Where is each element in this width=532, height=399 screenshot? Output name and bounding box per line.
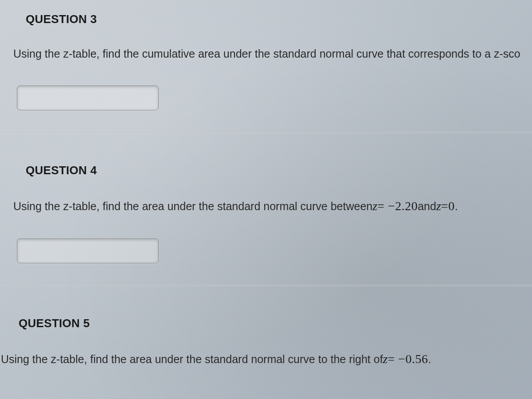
question-prompt: Using the z-table, find the area under t… <box>1 350 532 368</box>
quiz-screen: QUESTION 3 Using the z-table, find the c… <box>0 0 532 399</box>
question-4-block: QUESTION 4 Using the z-table, find the a… <box>0 151 532 304</box>
suffix-text: . <box>428 351 431 368</box>
question-title: QUESTION 5 <box>19 317 532 330</box>
suffix-text: . <box>455 198 458 215</box>
answer-input-q4[interactable] <box>17 239 159 263</box>
question-prompt: Using the z-table, find the area under t… <box>13 197 532 215</box>
math-var: z <box>436 197 441 215</box>
math-value: 2.20 <box>395 197 418 215</box>
question-5-block: QUESTION 5 Using the z-table, find the a… <box>0 304 532 387</box>
math-op: = <box>441 197 448 215</box>
math-value: 0.56 <box>406 350 428 368</box>
answer-input-q3[interactable] <box>17 86 159 110</box>
math-op: = − <box>377 197 395 215</box>
question-title: QUESTION 4 <box>26 164 532 177</box>
connector-text: and <box>418 198 436 215</box>
question-title: QUESTION 3 <box>26 12 532 26</box>
math-var: z <box>383 350 388 368</box>
math-var: z <box>372 197 377 215</box>
divider <box>0 132 532 133</box>
math-op: = − <box>388 350 406 368</box>
prompt-text: Using the z-table, find the cumulative a… <box>13 46 520 63</box>
prompt-text: Using the z-table, find the area under t… <box>1 351 383 368</box>
math-value: 0 <box>448 197 455 215</box>
divider <box>0 285 532 286</box>
question-3-block: QUESTION 3 Using the z-table, find the c… <box>0 0 532 151</box>
question-prompt: Using the z-table, find the cumulative a… <box>13 46 532 63</box>
prompt-text: Using the z-table, find the area under t… <box>13 198 372 215</box>
